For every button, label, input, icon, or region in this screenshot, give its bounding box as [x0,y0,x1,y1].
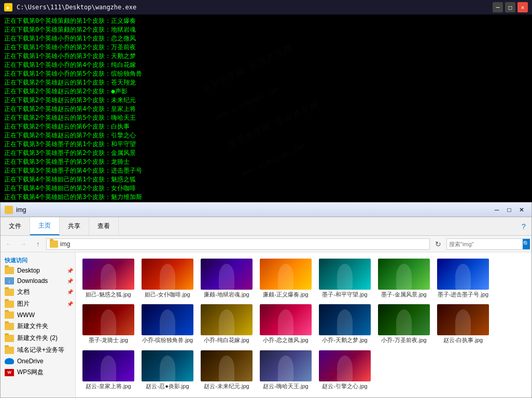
terminal-app-icon: ▶ [4,3,12,11]
sidebar-item-label: 文档 [17,288,30,296]
ribbon-tab-查看[interactable]: 查看 [89,217,119,235]
explorer-titlebar: img ─ □ ✕ [1,203,531,217]
file-item[interactable]: 墨子-金属风景.jpg [375,257,432,300]
terminal-line: 正在下载第2个英雄赵云的第7个皮肤：引擎之心 [4,131,528,140]
file-thumbnail [82,350,134,381]
ribbon-tab-文件[interactable]: 文件 [1,217,30,235]
folder-icon [5,311,14,319]
explorer-title: img [16,206,26,214]
explorer-close-button[interactable]: ✕ [516,205,527,215]
file-thumbnail [201,259,253,290]
terminal-title: C:\Users\111\Desktop\wangzhe.exe [17,4,136,11]
file-item[interactable]: 廉颇-正义爆奏.jpg [257,257,314,300]
up-button[interactable]: ↑ [32,238,44,250]
file-item[interactable]: 小乔-恋之微风.jpg [257,302,314,346]
sidebar-item-label: 域名记录+业务等 [17,346,64,354]
file-item[interactable]: 赵云-未来纪元.jpg [198,348,255,392]
file-item[interactable]: 廉颇-地狱岩魂.jpg [198,257,255,300]
file-item[interactable]: 赵云-白执事.jpg [435,302,492,346]
sidebar-item-WPS网盘[interactable]: WWPS网盘 [1,366,75,378]
terminal-close-button[interactable]: ✕ [517,2,528,12]
terminal-line: 正在下载第2个英雄赵云的第4个皮肤：皇家上将 [4,105,528,113]
file-thumbnail [378,259,430,290]
sidebar-item-Desktop[interactable]: Desktop📌 [1,265,75,276]
file-grid: 妲己-魅惑之狐.jpg妲己-女仆咖啡.jpg廉颇-地狱岩魂.jpg廉颇-正义爆奏… [76,252,531,397]
terminal-line: 正在下载第2个英雄赵云的第5个皮肤：嗨哈天王 [4,113,528,122]
search-input[interactable] [447,241,523,247]
ribbon-tab-共享[interactable]: 共享 [60,217,89,235]
sidebar-item-图片[interactable]: 图片📌 [1,298,75,310]
path-folder-icon [50,240,58,248]
file-item[interactable]: 妲己-魅惑之狐.jpg [80,257,137,300]
file-item[interactable]: 小乔-天鹅之梦.jpg [316,302,373,346]
file-item[interactable]: 妲己-女仆咖啡.jpg [139,257,196,300]
terminal-window: ▶ C:\Users\111\Desktop\wangzhe.exe ─ □ ✕… [0,0,532,205]
file-item[interactable]: 赵云-嗨哈天王.jpg [257,348,314,392]
file-label: 墨子-龙骑士.jpg [89,336,128,344]
wps-icon: W [5,369,14,376]
file-label: 小乔-缤纷独角兽.jpg [142,336,193,344]
terminal-line: 正在下载第1个英雄小乔的第4个皮肤：纯白花嫁 [4,61,528,69]
terminal-line: 正在下载第1个英雄小乔的第1个皮肤：恋之微风 [4,34,528,43]
file-item[interactable]: 赵云-引擎之心.jpg [316,348,373,392]
sidebar-item-label: Downloads [17,277,48,285]
file-label: 墨子-进击墨子号.jpg [438,291,488,298]
address-path[interactable]: img [46,238,430,250]
sidebar-item-Downloads[interactable]: ↓Downloads📌 [1,276,75,286]
terminal-line: 正在下载第3个英雄墨子的第1个皮肤：和平守望 [4,140,528,149]
ribbon: 文件主页共享查看 ? [1,217,531,236]
file-thumbnail [319,259,371,290]
file-item[interactable]: 墨子-进击墨子号.jpg [435,257,492,300]
sidebar-item-新建文件夹[interactable]: 新建文件夹 [1,320,75,332]
file-label: 廉颇-地狱岩魂.jpg [204,291,249,298]
sidebar-item-label: WWW [17,311,35,319]
file-thumbnail [201,350,253,381]
terminal-controls: ─ □ ✕ [493,2,528,12]
file-label: 赵云-嗨哈天王.jpg [263,382,308,390]
file-label: 廉颇-正义爆奏.jpg [263,291,308,298]
file-item[interactable]: 赵云-忍●炎影.jpg [139,348,196,392]
terminal-line: 正在下载第2个英雄赵云的第6个皮肤：白执事 [4,122,528,131]
file-thumbnail [437,259,489,290]
terminal-content: 正在下载第0个英雄策颇的第1个皮肤：正义爆奏正在下载第0个英雄策颇的第2个皮肤：… [0,15,532,205]
file-label: 赵云-未来纪元.jpg [204,382,249,390]
file-item[interactable]: 墨子-和平守望.jpg [316,257,373,300]
sidebar-item-label: OneDrive [17,358,44,365]
file-thumbnail [260,259,312,290]
terminal-line: 正在下载第0个英雄策颇的第1个皮肤：正义爆奏 [4,17,528,25]
terminal-line: 正在下载第3个英雄墨子的第2个皮肤：金属风景 [4,149,528,158]
forward-button[interactable]: → [17,238,30,250]
file-label: 小乔-天鹅之梦.jpg [322,336,367,344]
ribbon-tab-主页[interactable]: 主页 [30,217,60,235]
explorer-window-controls: ─ □ ✕ [491,205,527,215]
terminal-minimize-button[interactable]: ─ [493,2,503,12]
file-label: 墨子-和平守望.jpg [322,291,367,298]
file-item[interactable]: 赵云-皇家上将.jpg [80,348,137,392]
back-button[interactable]: ← [3,238,15,250]
file-label: 妲己-女仆咖啡.jpg [145,291,190,298]
file-thumbnail [319,304,371,335]
file-item[interactable]: 小乔-万圣前夜.jpg [375,302,432,346]
explorer-maximize-button[interactable]: □ [503,205,515,215]
file-thumbnail [82,259,134,290]
terminal-line: 正在下载第2个英雄赵云的第3个皮肤：未来纪元 [4,96,528,105]
sidebar-item-域名记录+业务等[interactable]: 域名记录+业务等 [1,344,75,356]
file-thumbnail [378,304,430,335]
sidebar-item-新建文件夹 (2)[interactable]: 新建文件夹 (2) [1,332,75,344]
file-item[interactable]: 墨子-龙骑士.jpg [80,302,137,346]
pin-icon: 📌 [67,301,73,307]
terminal-maximize-button[interactable]: □ [505,2,515,12]
terminal-line: 正在下载第4个英雄妲己的第2个皮肤：女仆咖啡 [4,184,528,193]
file-item[interactable]: 小乔-纯白花嫁.jpg [198,302,255,346]
help-button[interactable]: ? [516,217,531,235]
file-label: 小乔-纯白花嫁.jpg [204,336,249,344]
terminal-line: 正在下载第3个英雄墨子的第4个皮肤：进击墨子号 [4,166,528,175]
refresh-button[interactable]: ↻ [432,238,444,250]
folder-icon [5,267,14,274]
sidebar-item-WWW[interactable]: WWW [1,310,75,320]
sidebar-item-文档[interactable]: 文档📌 [1,286,75,298]
explorer-minimize-button[interactable]: ─ [491,205,502,215]
search-submit-button[interactable]: 🔍 [523,239,530,249]
sidebar-item-OneDrive[interactable]: OneDrive [1,356,75,366]
file-item[interactable]: 小乔-缤纷独角兽.jpg [139,302,196,346]
